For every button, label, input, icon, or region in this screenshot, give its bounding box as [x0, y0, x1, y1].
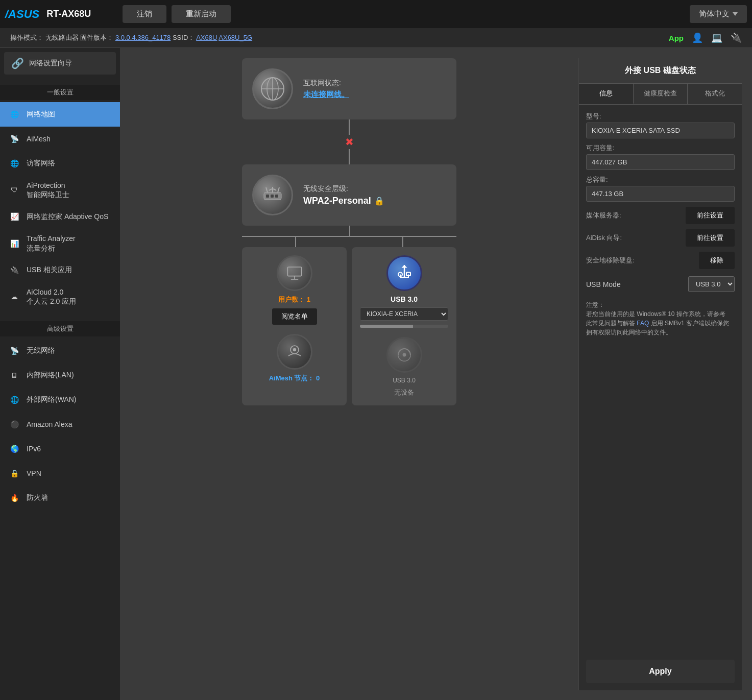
- content-area: 互联网状态: 未连接网线。 ✖: [120, 48, 752, 700]
- ipv6-icon: 🌎: [7, 442, 21, 456]
- clients-box: 用户数： 1 阅览名单: [242, 247, 347, 405]
- general-settings-title: 一般设置: [0, 85, 120, 100]
- sidebar-item-adaptive-qos[interactable]: 📈 网络监控家 Adaptive QoS: [0, 204, 120, 229]
- sidebar-item-vpn[interactable]: 🔒 VPN: [0, 461, 120, 486]
- sidebar-item-network-map[interactable]: 🌐 网络地图: [0, 102, 120, 127]
- sidebar-label-lan: 内部网络(LAN): [27, 371, 74, 380]
- sidebar-label-guest: 访客网络: [27, 159, 55, 168]
- sidebar-item-aiprotection[interactable]: 🛡 AiProtection智能网络卫士: [0, 176, 120, 204]
- qos-icon: 📈: [7, 209, 21, 224]
- router-box: 无线安全层级: WPA2-Personal 🔒: [242, 164, 456, 226]
- usb-panel-title: 外接 USB 磁盘状态: [579, 58, 742, 84]
- traffic-icon: 📊: [7, 236, 21, 251]
- svg-point-19: [402, 353, 406, 357]
- model-name: RT-AX68U: [46, 9, 91, 19]
- model-label: 型号:: [586, 112, 735, 121]
- svg-rect-7: [275, 195, 278, 198]
- alexa-icon: ⚫: [7, 417, 21, 431]
- sidebar-label-aimesh: AiMesh: [27, 135, 51, 143]
- sidebar-item-firewall[interactable]: 🔥 防火墙: [0, 486, 120, 510]
- router-info: 无线安全层级: WPA2-Personal 🔒: [303, 184, 446, 206]
- globe-icon: 🌐: [7, 107, 21, 122]
- aimesh-icon-circle: [277, 334, 312, 370]
- logo-area: /ASUS RT-AX68U: [5, 8, 117, 21]
- connector-v2: [349, 149, 350, 164]
- tab-format[interactable]: 格式化: [688, 84, 742, 104]
- mode-value: 无线路由器: [45, 34, 79, 41]
- monitor-icon[interactable]: 💻: [711, 32, 722, 43]
- globe-svg-icon: [260, 76, 285, 102]
- model-section: 型号: KIOXIA-E XCERIA SATA SSD: [586, 112, 735, 138]
- internet-status-label: 互联网状态:: [303, 79, 446, 88]
- faq-link[interactable]: FAQ: [637, 320, 649, 327]
- router-security-label: 无线安全层级:: [303, 184, 446, 194]
- connector-v1: [349, 119, 350, 135]
- media-server-button[interactable]: 前往设置: [686, 207, 735, 224]
- sidebar-item-alexa[interactable]: ⚫ Amazon Alexa: [0, 412, 120, 437]
- available-value: 447.027 GB: [586, 154, 735, 170]
- aimesh-count-label: AiMesh 节点： 0: [269, 374, 320, 383]
- user-count-value: 1: [307, 296, 310, 303]
- sidebar-item-ipv6[interactable]: 🌎 IPv6: [0, 437, 120, 461]
- setup-wizard-item[interactable]: 🔗 网络设置向导: [4, 52, 116, 75]
- tab-health[interactable]: 健康度检查: [634, 84, 688, 104]
- sidebar-item-usb[interactable]: 🔌 USB 相关应用: [0, 258, 120, 282]
- usb-icon[interactable]: 🔌: [731, 32, 742, 43]
- sidebar-item-wan[interactable]: 🌐 外部网络(WAN): [0, 388, 120, 412]
- branch-right-v: [402, 237, 403, 247]
- firewall-icon: 🔥: [7, 491, 21, 505]
- remove-row: 安全地移除硬盘: 移除: [586, 252, 735, 269]
- internet-info: 互联网状态: 未连接网线。: [303, 79, 446, 100]
- usb-device-select[interactable]: KIOXIA-E XCERIA: [360, 307, 448, 321]
- network-diagram: 互联网状态: 未连接网线。 ✖: [130, 58, 568, 690]
- status-right: App 👤 💻 🔌: [669, 32, 742, 43]
- ssid2-link[interactable]: AX68U_5G: [219, 34, 252, 41]
- client-icon-circle: [277, 255, 312, 291]
- shield-icon: 🛡: [7, 183, 21, 197]
- remove-button[interactable]: 移除: [699, 252, 735, 269]
- apply-button[interactable]: Apply: [586, 660, 735, 683]
- language-button[interactable]: 简体中文: [690, 5, 747, 23]
- sidebar-item-aicloud[interactable]: ☁ AiCloud 2.0个人云 2.0 应用: [0, 282, 120, 311]
- available-label: 可用容量:: [586, 143, 735, 153]
- usb3-label: USB 3.0: [391, 295, 418, 303]
- sidebar-item-guest-network[interactable]: 🌐 访客网络: [0, 151, 120, 176]
- usb-progress-bar: [360, 325, 413, 328]
- firmware-link[interactable]: 3.0.0.4.386_41178: [115, 34, 171, 41]
- sidebar-label-aiprotection: AiProtection智能网络卫士: [27, 181, 69, 199]
- internet-status-value[interactable]: 未连接网线。: [303, 90, 446, 100]
- aimesh-prefix: AiMesh 节点：: [269, 374, 314, 382]
- sidebar-label-qos: 网络监控家 Adaptive QoS: [27, 212, 108, 221]
- disconnect-icon: ✖: [345, 136, 354, 148]
- usb-box: USB 3.0 KIOXIA-E XCERIA: [352, 247, 456, 405]
- user-count-label: 用户数： 1: [278, 295, 310, 304]
- sidebar-item-wireless[interactable]: 📡 无线网络: [0, 339, 120, 363]
- aidisk-button[interactable]: 前往设置: [686, 229, 735, 247]
- sidebar-label-wireless: 无线网络: [27, 346, 55, 355]
- aidisk-row: AiDisk 向导: 前往设置: [586, 229, 735, 247]
- user-icon[interactable]: 👤: [692, 32, 703, 43]
- tab-info[interactable]: 信息: [579, 84, 634, 104]
- svg-rect-5: [266, 195, 269, 198]
- network-map-area: 互联网状态: 未连接网线。 ✖: [120, 48, 752, 700]
- restart-button[interactable]: 重新启动: [172, 5, 231, 23]
- wizard-icon: 🔗: [11, 57, 24, 69]
- advanced-settings-title: 高级设置: [0, 321, 120, 336]
- sidebar-item-traffic[interactable]: 📊 Traffic Analyzer流量分析: [0, 229, 120, 257]
- logout-button[interactable]: 注销: [123, 5, 166, 23]
- wireless-icon: 📡: [7, 344, 21, 358]
- aimesh-svg-icon: [284, 342, 305, 362]
- usb-mode-select[interactable]: USB 3.0 USB 2.0: [688, 276, 735, 292]
- wan-icon: 🌐: [7, 393, 21, 407]
- svg-rect-6: [271, 195, 274, 198]
- sidebar-item-lan[interactable]: 🖥 内部网络(LAN): [0, 363, 120, 388]
- router-icon-circle: [252, 175, 293, 215]
- cloud-icon: ☁: [7, 289, 21, 304]
- total-label: 总容量:: [586, 175, 735, 184]
- guest-icon: 🌐: [7, 156, 21, 171]
- usb3-svg-icon: [394, 263, 415, 283]
- ssid1-link[interactable]: AX68U: [196, 34, 217, 41]
- mode-label: 操作模式：: [10, 34, 43, 41]
- browse-button[interactable]: 阅览名单: [272, 308, 317, 325]
- sidebar-item-aimesh[interactable]: 📡 AiMesh: [0, 127, 120, 151]
